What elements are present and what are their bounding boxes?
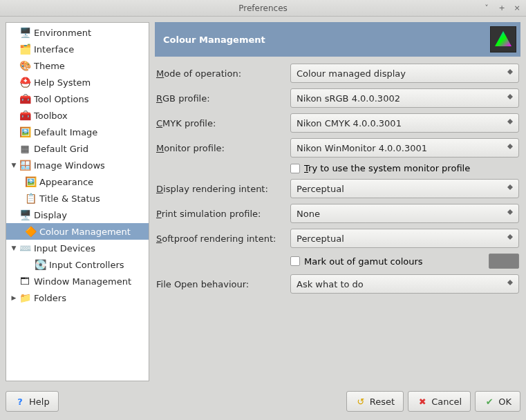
fileopen-label: File Open behaviour: (156, 279, 286, 289)
colour-icon: 🔶 (24, 225, 37, 238)
expander-icon[interactable]: ▼ (9, 160, 19, 170)
content-area: 🖥️Environment 🗂️Interface 🎨Theme ⛑️Help … (0, 17, 526, 387)
sidebar-item-default-image[interactable]: 🖼️Default Image (6, 124, 149, 140)
main-panel: Colour Management Mode of operation: Col… (155, 22, 520, 381)
tree-label: Image Windows (34, 160, 105, 171)
help-icon: ⛑️ (19, 76, 31, 88)
sidebar-item-appearance[interactable]: 🖼️Appearance (6, 173, 149, 190)
sidebar-item-title-status[interactable]: 📋Title & Status (6, 190, 149, 207)
gamut-label: Mark out of gamut colours (304, 256, 423, 267)
maximize-icon[interactable]: + (497, 3, 507, 13)
colour-triangle-icon (490, 26, 516, 52)
tree-label: Environment (34, 28, 91, 38)
window-controls: ˅ + × (482, 3, 522, 13)
page-header: Colour Management (155, 22, 520, 57)
cmyk-combo[interactable]: Nikon CMYK 4.0.0.3001 (290, 113, 519, 133)
window-icon: 🪟 (19, 159, 31, 171)
tree-label: Appearance (39, 177, 93, 187)
sidebar-item-default-grid[interactable]: ▦Default Grid (6, 140, 149, 157)
page-title: Colour Management (163, 35, 265, 45)
expander-icon[interactable]: ▼ (9, 243, 19, 253)
titlebar: Preferences ˅ + × (0, 0, 526, 17)
button-bar: ? Help ↺ Reset ✖ Cancel ✔ OK (0, 387, 526, 417)
tree-label: Toolbox (34, 111, 68, 121)
sidebar-item-tool-options[interactable]: 🧰Tool Options (6, 90, 149, 107)
system-monitor-checkbox[interactable] (290, 164, 300, 173)
gamut-checkbox[interactable] (290, 256, 300, 266)
sidebar-item-help-system[interactable]: ⛑️Help System (6, 74, 149, 90)
tree-label: Default Image (34, 127, 97, 137)
toolbox-icon: 🧰 (19, 109, 31, 122)
environment-icon: 🖥️ (19, 26, 31, 39)
print-sim-label: Print simulation profile: (156, 209, 286, 219)
reset-button[interactable]: ↺ Reset (346, 391, 404, 412)
tree-label: Display (34, 210, 67, 220)
sidebar-item-image-windows[interactable]: ▼🪟Image Windows (6, 157, 149, 173)
title-status-icon: 📋 (24, 192, 37, 204)
tree-label: Help System (34, 77, 91, 88)
grid-icon: ▦ (19, 142, 31, 155)
mode-label: Mode of operation: (156, 68, 286, 79)
close-icon[interactable]: × (512, 3, 522, 13)
monitor-label: Monitor profile: (156, 143, 286, 153)
tree-label: Interface (34, 44, 74, 55)
sidebar-item-display[interactable]: 🖥️Display (6, 207, 149, 223)
minimize-icon[interactable]: ˅ (482, 3, 491, 13)
ok-icon: ✔ (484, 396, 495, 407)
system-monitor-label: Try to use the system monitor profile (304, 163, 470, 173)
system-monitor-check-row: Try to use the system monitor profile (290, 163, 519, 173)
tree-label: Tool Options (34, 94, 89, 104)
theme-icon: 🎨 (19, 59, 31, 72)
window-title: Preferences (238, 3, 288, 13)
svg-marker-0 (495, 31, 511, 46)
help-icon: ? (15, 396, 26, 407)
display-icon: 🖥️ (19, 209, 31, 221)
appearance-icon: 🖼️ (24, 175, 37, 188)
fileopen-combo[interactable]: Ask what to do (290, 274, 519, 294)
default-image-icon: 🖼️ (19, 126, 31, 138)
tree-label: Title & Status (39, 193, 100, 204)
help-button[interactable]: ? Help (6, 391, 59, 412)
cancel-icon: ✖ (417, 396, 428, 407)
sidebar-item-colour-management[interactable]: 🔶Colour Management (6, 223, 149, 240)
tree-label: Input Controllers (49, 260, 124, 270)
tool-options-icon: 🧰 (19, 93, 31, 105)
reset-icon: ↺ (355, 396, 366, 407)
sidebar-item-folders[interactable]: ▶📁Folders (6, 289, 149, 306)
tree-label: Folders (34, 293, 66, 303)
sidebar-item-toolbox[interactable]: 🧰Toolbox (6, 107, 149, 124)
display-intent-label: Display rendering intent: (156, 184, 286, 194)
cmyk-label: CMYK profile: (156, 118, 286, 128)
cancel-button[interactable]: ✖ Cancel (408, 391, 471, 412)
tree-label: Default Grid (34, 144, 88, 154)
tree-label: Input Devices (34, 243, 95, 254)
monitor-combo[interactable]: Nikon WinMonitor 4.0.0.3001 (290, 138, 519, 158)
gamut-colour-swatch[interactable] (489, 254, 519, 269)
rgb-label: RGB profile: (156, 93, 286, 104)
preferences-tree: 🖥️Environment 🗂️Interface 🎨Theme ⛑️Help … (6, 22, 149, 381)
sidebar-item-input-devices[interactable]: ▼⌨️Input Devices (6, 240, 149, 256)
expander-icon[interactable]: ▶ (9, 293, 19, 303)
controllers-icon: 💽 (34, 258, 46, 271)
tree-label: Window Management (34, 276, 131, 287)
print-sim-combo[interactable]: None (290, 204, 519, 223)
input-devices-icon: ⌨️ (19, 242, 31, 254)
tree-label: Colour Management (39, 227, 131, 237)
softproof-label: Softproof rendering intent: (156, 233, 286, 244)
mode-combo[interactable]: Colour managed display (290, 64, 519, 83)
interface-icon: 🗂️ (19, 43, 31, 55)
sidebar-item-input-controllers[interactable]: 💽Input Controllers (6, 256, 149, 273)
folders-icon: 📁 (19, 292, 31, 304)
softproof-combo[interactable]: Perceptual (290, 229, 519, 248)
sidebar-item-window-management[interactable]: 🗔Window Management (6, 273, 149, 289)
sidebar-item-interface[interactable]: 🗂️Interface (6, 41, 149, 57)
ok-button[interactable]: ✔ OK (475, 391, 520, 412)
gamut-row: Mark out of gamut colours (290, 254, 519, 269)
display-intent-combo[interactable]: Perceptual (290, 179, 519, 198)
window-mgmt-icon: 🗔 (19, 275, 31, 287)
settings-form: Mode of operation: Colour managed displa… (155, 61, 520, 296)
sidebar-item-theme[interactable]: 🎨Theme (6, 57, 149, 74)
tree-label: Theme (34, 61, 65, 71)
sidebar-item-environment[interactable]: 🖥️Environment (6, 24, 149, 41)
rgb-combo[interactable]: Nikon sRGB 4.0.0.3002 (290, 88, 519, 108)
